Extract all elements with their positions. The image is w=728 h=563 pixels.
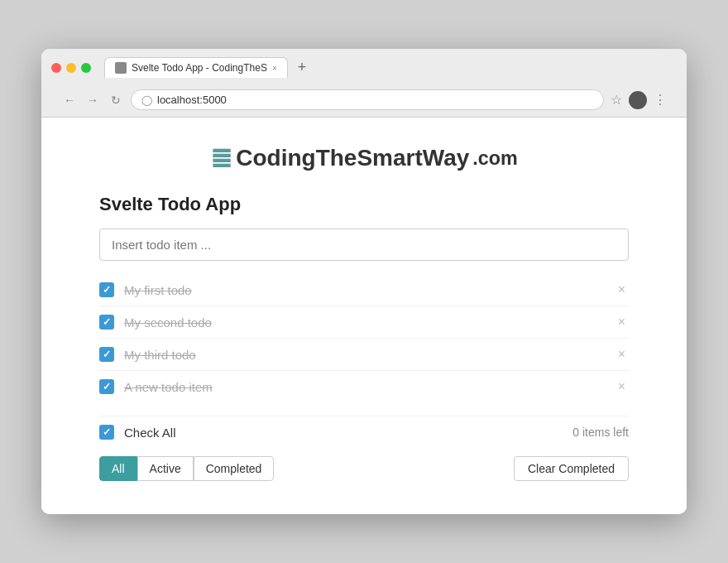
logo-sup: .com bbox=[472, 147, 517, 170]
browser-window: Svelte Todo App - CodingTheS × + ← → ↻ ◯… bbox=[41, 49, 687, 514]
todo-checkbox[interactable] bbox=[99, 282, 114, 297]
user-avatar[interactable] bbox=[629, 91, 647, 109]
url-text: localhost:5000 bbox=[157, 94, 227, 106]
todo-list: My first todo×My second todo×My third to… bbox=[99, 274, 629, 402]
logo-name: CodingTheSmartWay bbox=[236, 145, 469, 171]
todo-footer: Check All 0 items left bbox=[99, 416, 629, 443]
title-bar: Svelte Todo App - CodingTheS × + ← → ↻ ◯… bbox=[41, 49, 687, 118]
todo-item: My first todo× bbox=[99, 274, 629, 306]
logo-swoosh: ≣ bbox=[210, 142, 232, 174]
filter-active-button[interactable]: Active bbox=[137, 456, 194, 481]
filter-buttons: All Active Completed bbox=[99, 456, 274, 481]
check-all-label: Check All bbox=[124, 426, 572, 440]
todo-delete-icon[interactable]: × bbox=[615, 347, 629, 362]
reload-button[interactable]: ↻ bbox=[108, 94, 124, 107]
lock-icon: ◯ bbox=[141, 94, 152, 106]
bookmark-icon[interactable]: ☆ bbox=[611, 92, 622, 108]
todo-delete-icon[interactable]: × bbox=[615, 315, 629, 330]
menu-icon[interactable]: ⋮ bbox=[654, 92, 667, 108]
todo-item: A new todo item× bbox=[99, 371, 629, 402]
check-all-checkbox[interactable] bbox=[99, 425, 114, 440]
todo-checkbox[interactable] bbox=[99, 347, 114, 362]
todo-checkbox[interactable] bbox=[99, 315, 114, 330]
traffic-lights bbox=[51, 63, 91, 73]
address-bar-row: ← → ↻ ◯ localhost:5000 ☆ ⋮ bbox=[51, 84, 677, 117]
tab-favicon bbox=[115, 62, 127, 74]
page-title: Svelte Todo App bbox=[99, 194, 629, 215]
clear-completed-button[interactable]: Clear Completed bbox=[514, 456, 629, 481]
page-content: ≣ CodingTheSmartWay.com Svelte Todo App … bbox=[41, 118, 687, 514]
new-tab-button[interactable]: + bbox=[293, 57, 312, 78]
minimize-window-button[interactable] bbox=[66, 63, 76, 73]
todo-delete-icon[interactable]: × bbox=[615, 379, 629, 394]
todo-checkbox[interactable] bbox=[99, 379, 114, 394]
tab-close-icon[interactable]: × bbox=[272, 64, 277, 73]
filter-bar: All Active Completed Clear Completed bbox=[99, 456, 629, 481]
todo-item: My second todo× bbox=[99, 306, 629, 339]
forward-button[interactable]: → bbox=[84, 94, 101, 107]
items-left: 0 items left bbox=[572, 426, 629, 439]
filter-all-button[interactable]: All bbox=[99, 456, 137, 481]
tab-title: Svelte Todo App - CodingTheS bbox=[132, 62, 267, 74]
maximize-window-button[interactable] bbox=[81, 63, 91, 73]
back-button[interactable]: ← bbox=[61, 94, 78, 107]
todo-delete-icon[interactable]: × bbox=[615, 282, 629, 297]
todo-text: A new todo item bbox=[124, 380, 615, 394]
logo-text: ≣ CodingTheSmartWay.com bbox=[99, 142, 629, 174]
address-bar[interactable]: ◯ localhost:5000 bbox=[131, 89, 604, 110]
todo-item: My third todo× bbox=[99, 339, 629, 371]
close-window-button[interactable] bbox=[51, 63, 61, 73]
filter-completed-button[interactable]: Completed bbox=[194, 456, 275, 481]
todo-input[interactable] bbox=[99, 229, 629, 261]
todo-text: My first todo bbox=[124, 283, 615, 297]
active-tab[interactable]: Svelte Todo App - CodingTheS × bbox=[104, 57, 288, 78]
tab-area: Svelte Todo App - CodingTheS × + bbox=[104, 57, 677, 78]
address-bar-actions: ☆ ⋮ bbox=[611, 91, 667, 109]
todo-text: My second todo bbox=[124, 315, 615, 330]
logo: ≣ CodingTheSmartWay.com bbox=[99, 142, 629, 174]
todo-text: My third todo bbox=[124, 348, 615, 362]
